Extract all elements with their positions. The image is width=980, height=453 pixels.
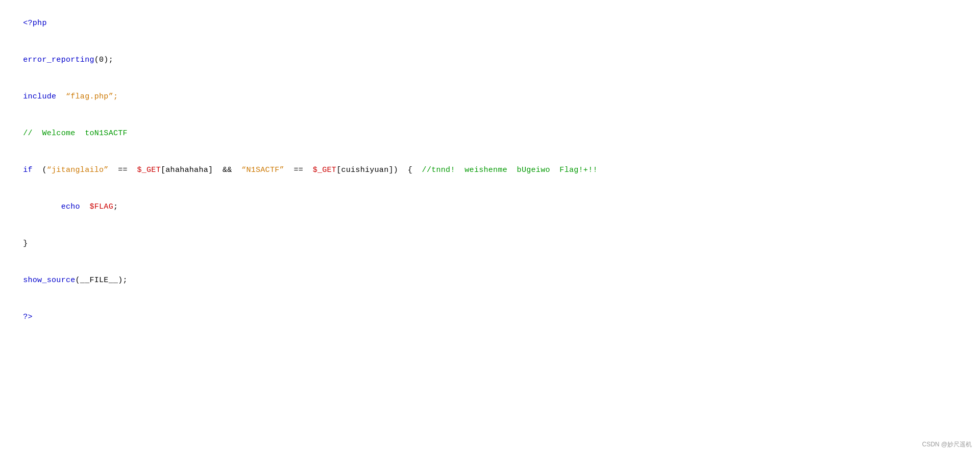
flag-variable: $FLAG bbox=[89, 203, 113, 211]
error-reporting-func: error_reporting bbox=[23, 56, 94, 64]
welcome-comment: // Welcome toN1SACTF bbox=[23, 129, 128, 138]
closing-brace: } bbox=[23, 239, 28, 248]
tnnd-comment: //tnnd! weishenme bUgeiwo Flag!+!! bbox=[422, 166, 598, 174]
php-open-tag: <?php bbox=[23, 19, 47, 28]
n1sactf-string: “N1SACTF” bbox=[241, 166, 284, 174]
code-line-2: error_reporting(0); bbox=[4, 42, 976, 79]
code-line-6: echo $FLAG; bbox=[4, 189, 976, 225]
get-cuishiyuan: $_GET bbox=[313, 166, 337, 174]
jitanglailo-string: “jitanglailo” bbox=[47, 166, 109, 174]
flag-string: “flag.php”; bbox=[66, 92, 118, 101]
code-line-3: include “flag.php”; bbox=[4, 79, 976, 115]
code-line-4: // Welcome toN1SACTF bbox=[4, 115, 976, 152]
if-keyword: if bbox=[23, 166, 33, 174]
php-close-tag: ?> bbox=[23, 313, 33, 321]
get-ahahahaha: $_GET bbox=[137, 166, 161, 174]
code-line-7: } bbox=[4, 225, 976, 262]
code-display: <?php error_reporting(0); include “flag.… bbox=[0, 0, 980, 341]
show-source-func: show_source bbox=[23, 276, 75, 285]
code-line-9: ?> bbox=[4, 299, 976, 336]
echo-keyword: echo bbox=[61, 203, 80, 211]
code-line-5: if (“jitanglailo” == $_GET[ahahahaha] &&… bbox=[4, 152, 976, 189]
include-keyword: include bbox=[23, 92, 56, 101]
code-line-8: show_source(__FILE__); bbox=[4, 262, 976, 299]
code-plain: (0); bbox=[94, 56, 113, 64]
code-line-1: <?php bbox=[4, 5, 976, 42]
watermark: CSDN @妙尺遥机 bbox=[922, 440, 972, 449]
